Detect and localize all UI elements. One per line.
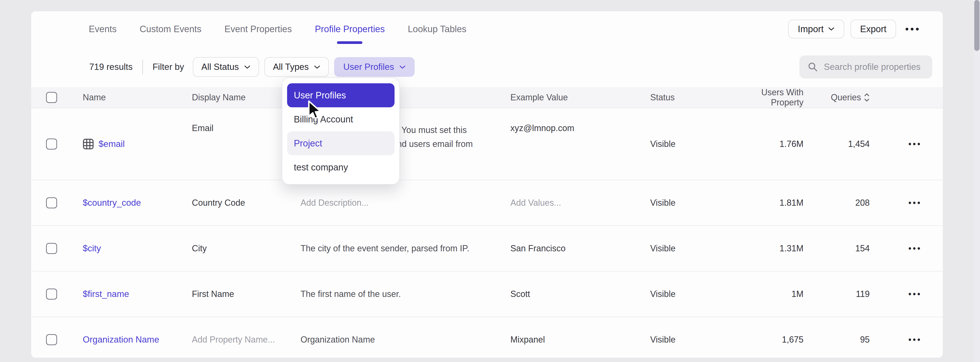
example-value-cell[interactable]: San Francisco — [511, 243, 650, 254]
results-count: 719 results — [89, 62, 133, 72]
table-row: $email Email The user's email address. Y… — [31, 108, 943, 180]
sort-icon — [864, 92, 870, 103]
header-queries[interactable]: Queries — [803, 92, 870, 103]
scrollbar-track[interactable] — [974, 0, 980, 362]
example-value-cell[interactable]: xyz@lmnop.com — [511, 108, 650, 133]
page: Events Custom Events Event Properties Pr… — [0, 0, 980, 362]
display-name-cell[interactable]: Add Property Name... — [192, 335, 301, 345]
header-status: Status — [650, 92, 727, 102]
tab-label: Events — [89, 24, 116, 34]
more-options-button[interactable]: ••• — [902, 23, 924, 35]
status-cell[interactable]: Visible — [650, 289, 727, 299]
dropdown-item-user-profiles[interactable]: User Profiles — [287, 83, 395, 107]
export-button[interactable]: Export — [851, 20, 896, 38]
display-name-cell[interactable]: Country Code — [192, 198, 301, 208]
queries-cell: 1,454 — [803, 139, 870, 149]
search-input[interactable] — [824, 62, 926, 72]
users-with-property-cell: 1.31M — [727, 243, 803, 254]
chevron-down-icon — [399, 65, 406, 69]
row-more-button[interactable]: ••• — [870, 243, 943, 254]
property-name-link[interactable]: $country_code — [83, 198, 192, 208]
dropdown-item-billing-account[interactable]: Billing Account — [287, 107, 395, 131]
tab-event-properties[interactable]: Event Properties — [224, 11, 292, 47]
table-row: $city City The city of the event sender,… — [31, 226, 943, 271]
row-more-button[interactable]: ••• — [870, 198, 943, 208]
tab-label: Profile Properties — [315, 24, 385, 34]
table-row: $first_name First Name The first name of… — [31, 271, 943, 317]
row-checkbox[interactable] — [46, 139, 57, 150]
display-name-cell[interactable]: First Name — [192, 289, 301, 299]
divider — [142, 59, 143, 74]
status-cell[interactable]: Visible — [650, 139, 727, 149]
filter-by-label: Filter by — [153, 62, 184, 72]
property-name-link[interactable]: $city — [83, 243, 192, 254]
tab-lookup-tables[interactable]: Lookup Tables — [408, 11, 466, 47]
row-checkbox[interactable] — [46, 197, 57, 208]
users-with-property-cell: 1,675 — [727, 335, 803, 345]
status-cell[interactable]: Visible — [650, 198, 727, 208]
table-header-row: Name Display Name Example Value Status U… — [31, 87, 943, 108]
property-name-link[interactable]: $email — [83, 139, 192, 150]
chevron-down-icon — [314, 65, 320, 69]
dropdown-item-test-company[interactable]: test company — [287, 155, 395, 179]
property-name-link[interactable]: Organization Name — [83, 335, 192, 345]
row-checkbox[interactable] — [46, 334, 57, 345]
example-value-cell[interactable]: Scott — [511, 289, 650, 299]
status-cell[interactable]: Visible — [650, 243, 727, 254]
status-filter-dropdown[interactable]: All Status — [193, 57, 259, 77]
chevron-down-icon — [828, 27, 835, 31]
description-cell[interactable]: Organization Name — [301, 333, 511, 347]
content-card: Events Custom Events Event Properties Pr… — [31, 11, 943, 358]
description-cell[interactable]: The first name of the user. — [301, 287, 511, 301]
chevron-down-icon — [244, 65, 250, 69]
table-row: $country_code Country Code Add Descripti… — [31, 180, 943, 226]
queries-cell: 119 — [803, 289, 870, 299]
entity-filter-dropdown[interactable]: User Profiles — [334, 57, 415, 77]
search-box — [799, 56, 932, 78]
tab-label: Event Properties — [224, 24, 292, 34]
dropdown-item-project[interactable]: Project — [287, 131, 395, 155]
row-more-button[interactable]: ••• — [870, 335, 943, 345]
toolbar: Import Export ••• — [788, 20, 943, 38]
header-users-with-property: Users With Property — [727, 88, 803, 108]
tab-label: Custom Events — [140, 24, 202, 34]
tab-bar: Events Custom Events Event Properties Pr… — [31, 11, 943, 47]
select-all-checkbox[interactable] — [46, 92, 57, 103]
import-button[interactable]: Import — [788, 20, 844, 38]
queries-cell: 208 — [803, 198, 870, 208]
row-more-button[interactable]: ••• — [870, 139, 943, 149]
properties-table: Name Display Name Example Value Status U… — [31, 87, 943, 358]
tab-events[interactable]: Events — [89, 11, 116, 47]
users-with-property-cell: 1.76M — [727, 139, 803, 149]
example-value-cell[interactable]: Mixpanel — [511, 335, 650, 345]
description-cell[interactable]: Add Description... — [301, 196, 511, 210]
queries-cell: 95 — [803, 335, 870, 345]
table-row: Organization Name Add Property Name... O… — [31, 317, 943, 358]
property-name-link[interactable]: $first_name — [83, 289, 192, 299]
example-value-cell[interactable]: Add Values... — [511, 198, 650, 208]
grid-table-icon — [83, 139, 94, 150]
row-more-button[interactable]: ••• — [870, 289, 943, 299]
row-checkbox[interactable] — [46, 289, 57, 300]
tab-custom-events[interactable]: Custom Events — [140, 11, 202, 47]
tab-profile-properties[interactable]: Profile Properties — [315, 11, 385, 47]
search-icon — [808, 62, 818, 72]
entity-dropdown-menu: User Profiles Billing Account Project te… — [282, 78, 400, 185]
row-checkbox[interactable] — [46, 243, 57, 254]
header-name[interactable]: Name — [83, 92, 192, 102]
header-example-value: Example Value — [511, 92, 650, 102]
users-with-property-cell: 1.81M — [727, 198, 803, 208]
queries-cell: 154 — [803, 243, 870, 254]
filter-bar: 719 results Filter by All Status All Typ… — [31, 47, 943, 87]
tab-label: Lookup Tables — [408, 24, 466, 34]
users-with-property-cell: 1M — [727, 289, 803, 299]
description-cell[interactable]: The city of the event sender, parsed fro… — [301, 241, 511, 255]
status-cell[interactable]: Visible — [650, 335, 727, 345]
scrollbar-thumb[interactable] — [974, 0, 980, 51]
display-name-cell[interactable]: City — [192, 243, 301, 254]
type-filter-dropdown[interactable]: All Types — [264, 57, 329, 77]
